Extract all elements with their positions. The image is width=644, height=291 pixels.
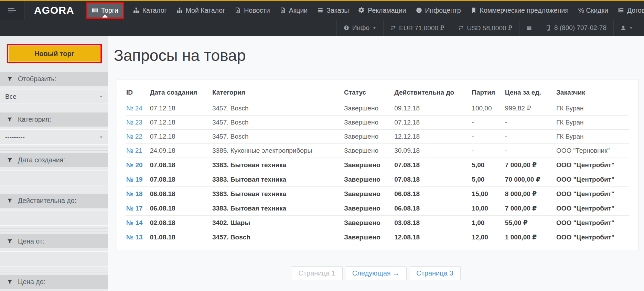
table-row: № 1402.08.183402. ШарыЗавершено03.08.181… — [126, 216, 629, 230]
request-id-link[interactable]: № 23 — [126, 119, 142, 126]
nav-item-label: Новости — [244, 7, 270, 14]
nav-item-catalog[interactable]: Каталог — [132, 3, 168, 18]
request-id-link[interactable]: № 21 — [126, 147, 142, 154]
nav-item-infocenter[interactable]: Инфоцентр — [415, 3, 462, 18]
main-nav: ТоргиКаталогМой КаталогНовостиАкцииЗаказ… — [86, 1, 644, 20]
cell-batch: - — [472, 144, 505, 158]
chevron-down-icon — [373, 26, 376, 30]
cell-status: Завершено — [344, 130, 394, 144]
hamburger-icon — [8, 7, 16, 13]
cell-status: Завершено — [344, 172, 394, 187]
filter-select-category[interactable]: --------- — [0, 129, 108, 145]
cell-status: Завершено — [344, 201, 394, 216]
requests-table: IDДата созданияКатегорияСтатусДействител… — [126, 83, 629, 244]
table-row: № 2124.09.183385. Кухонные электроприбор… — [126, 144, 629, 158]
nav-item-promotions[interactable]: Акции — [279, 3, 309, 18]
cell-batch: - — [472, 116, 505, 130]
request-id-link[interactable]: № 20 — [126, 161, 143, 169]
list-view-button[interactable] — [519, 20, 539, 36]
nav-item-label: Коммерческие предложения — [480, 7, 569, 14]
cell-category: 3383. Бытовая техника — [212, 158, 344, 172]
cell-valid-until: 12.08.18 — [394, 230, 472, 245]
nav-item-label: % Скидки — [578, 7, 608, 14]
nav-item-news[interactable]: Новости — [234, 3, 271, 18]
cell-customer: ООО "Центробит" — [556, 158, 629, 172]
support-phone: 8 (800) 707-02-78 — [539, 20, 613, 36]
table-row: № 2407.12.183457. BoschЗавершено09.12.18… — [126, 101, 629, 116]
pagination: Страница 1Следующая →Страница 3 — [108, 266, 644, 280]
filter-input-date-created[interactable] — [0, 170, 108, 185]
request-id-link[interactable]: № 17 — [126, 205, 143, 212]
request-id-link[interactable]: № 14 — [126, 219, 143, 226]
table-row: № 1806.08.183383. Бытовая техникаЗаверше… — [126, 187, 629, 201]
filter-list: Отобразить:ВсеКатегория:---------Дата со… — [0, 72, 108, 291]
cell-valid-until: 30.09.18 — [394, 144, 472, 158]
app-logo[interactable]: AGORA — [34, 1, 74, 20]
cell-category: 3383. Бытовая техника — [212, 172, 344, 187]
pagination-page-3[interactable]: Страница 3 — [409, 266, 460, 280]
cell-status: Завершено — [344, 230, 394, 245]
nav-item-label: Заказы — [326, 7, 349, 14]
nav-item-commercial-offers[interactable]: Коммерческие предложения — [470, 3, 569, 18]
info-menu-label: Инфо — [352, 24, 369, 32]
currency-rate-eur[interactable]: EUR 71,0000 ₽ — [384, 20, 451, 36]
request-id-link[interactable]: № 19 — [126, 176, 143, 183]
nav-item-contracts[interactable]: Договоры — [617, 3, 644, 18]
filter-separator — [0, 228, 108, 232]
cell-date: 24.09.18 — [150, 144, 212, 158]
cell-id: № 21 — [126, 144, 150, 158]
column-header-customer: Заказчик — [556, 83, 629, 101]
column-header-status: Статус — [344, 83, 394, 101]
cell-unit-price: 55,00 ₽ — [505, 216, 556, 230]
nav-item-my-catalog[interactable]: Мой Каталог — [176, 3, 226, 18]
table-header-row: IDДата созданияКатегорияСтатусДействител… — [126, 83, 629, 101]
support-phone-number: 8 (800) 707-02-78 — [554, 24, 607, 32]
request-id-link[interactable]: № 22 — [126, 133, 142, 140]
column-header-id: ID — [126, 83, 150, 101]
filter-separator — [0, 188, 108, 191]
request-id-link[interactable]: № 13 — [126, 234, 143, 241]
cell-date: 07.12.18 — [150, 116, 212, 130]
user-menu[interactable] — [614, 20, 640, 36]
request-id-link[interactable]: № 18 — [126, 190, 143, 197]
cell-batch: 15,00 — [472, 187, 505, 201]
filter-header-price-to: Цена до: — [0, 275, 108, 289]
nav-item-label: Инфоцентр — [425, 7, 461, 14]
nav-item-label: Мой Каталог — [186, 7, 225, 14]
cell-category: 3457. Bosch — [212, 130, 344, 144]
cell-customer: ООО "Центробит" — [556, 230, 629, 245]
info-menu[interactable]: Инфо — [337, 20, 383, 36]
pagination-next[interactable]: Следующая → — [345, 266, 407, 280]
filter-input-price-from[interactable] — [0, 251, 108, 267]
cell-batch: 100,00 — [472, 101, 505, 116]
cell-category: 3385. Кухонные электроприборы — [212, 144, 344, 158]
cell-batch: 5,00 — [472, 158, 505, 172]
cell-date: 07.08.18 — [150, 158, 212, 172]
new-trade-button[interactable]: Новый торг — [9, 46, 100, 62]
page-body: Новый торг Отобразить:ВсеКатегория:-----… — [0, 36, 644, 291]
request-id-link[interactable]: № 24 — [126, 105, 142, 112]
nav-item-trades[interactable]: Торги — [87, 3, 123, 18]
cell-valid-until: 09.12.18 — [394, 101, 472, 116]
cell-batch: - — [472, 130, 505, 144]
cell-customer: ООО "Центробит" — [556, 216, 629, 230]
filter-input-valid-until[interactable] — [0, 211, 108, 226]
filter-label: Отобразить: — [18, 75, 56, 83]
currency-rate-usd[interactable]: USD 58,0000 ₽ — [451, 20, 519, 36]
filter-label: Цена до: — [18, 278, 45, 286]
filter-label: Действительна до: — [18, 197, 76, 205]
selected-value: Все — [5, 93, 17, 100]
filter-header-category: Категория: — [0, 112, 108, 127]
nav-item-claims[interactable]: Рекламации — [358, 3, 407, 18]
nav-item-discounts[interactable]: % Скидки — [578, 3, 609, 18]
cell-valid-until: 06.08.18 — [394, 201, 472, 216]
phone-icon — [546, 25, 551, 31]
nav-item-orders[interactable]: Заказы — [316, 3, 350, 18]
cell-status: Завершено — [344, 187, 394, 201]
menu-toggle-button[interactable] — [0, 1, 24, 20]
filter-select-display[interactable]: Все — [0, 89, 108, 104]
primary-nav-row: AGORA ТоргиКаталогМой КаталогНовостиАкци… — [0, 1, 644, 20]
filter-label: Цена от: — [18, 237, 44, 245]
doc-list-icon — [618, 7, 624, 13]
filter-label: Категория: — [18, 116, 51, 123]
